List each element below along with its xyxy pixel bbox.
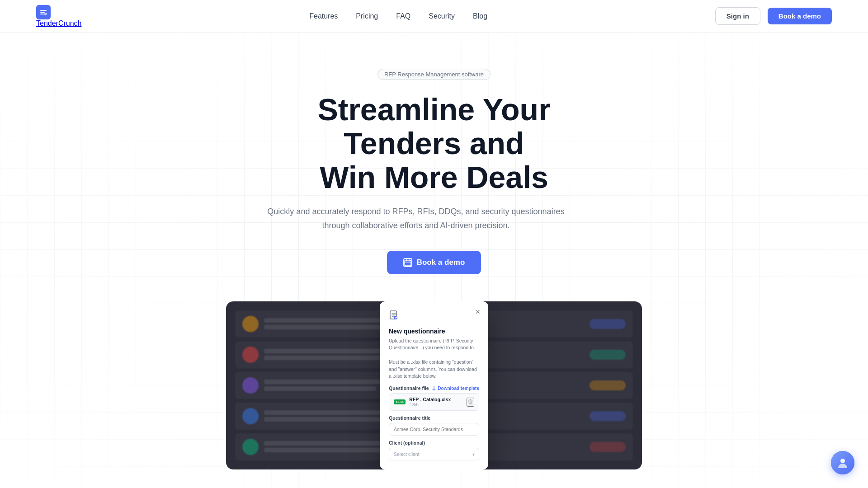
modal-close-button[interactable]: ✕ bbox=[473, 307, 483, 317]
file-info: XLSX RFP - Catalog.xlsx 22kb bbox=[394, 397, 451, 407]
book-demo-hero-label: Book a demo bbox=[417, 258, 465, 267]
nav-link-features[interactable]: Features bbox=[309, 12, 338, 20]
questionnaire-title-input[interactable] bbox=[389, 423, 479, 436]
hero-subtitle: Quickly and accurately respond to RFPs, … bbox=[262, 205, 570, 232]
nav-link-faq[interactable]: FAQ bbox=[396, 12, 410, 20]
xlsx-badge: XLSX bbox=[394, 399, 406, 404]
modal-title: New questionnaire bbox=[389, 328, 479, 335]
book-demo-nav-button[interactable]: Book a demo bbox=[768, 8, 832, 24]
hero-title: Streamline Your Tenders and Win More Dea… bbox=[262, 93, 606, 194]
hero-content: RFP Response Management software Streaml… bbox=[262, 69, 606, 274]
avatar bbox=[242, 347, 259, 363]
avatar bbox=[242, 377, 259, 394]
new-questionnaire-modal: ✕ New questionnaire Upload the questionn… bbox=[380, 301, 488, 470]
questionnaire-title-label: Questionnaire title bbox=[389, 415, 479, 421]
client-select[interactable]: Select client bbox=[389, 448, 479, 460]
chat-bubble[interactable] bbox=[831, 451, 854, 474]
nav-link-security[interactable]: Security bbox=[429, 12, 455, 20]
modal-overlay: ✕ New questionnaire Upload the questionn… bbox=[380, 301, 488, 470]
signin-button[interactable]: Sign in bbox=[715, 7, 760, 25]
hero-section: RFP Response Management software Streaml… bbox=[0, 33, 868, 488]
modal-description: Upload the questionnaire (RFP, Security … bbox=[389, 338, 479, 380]
nav-links: Features Pricing FAQ Security Blog bbox=[309, 12, 487, 20]
avatar bbox=[242, 316, 259, 332]
chat-avatar bbox=[831, 451, 854, 474]
logo-icon bbox=[36, 5, 51, 19]
file-name: RFP - Catalog.xlsx bbox=[409, 397, 451, 402]
delete-file-button[interactable] bbox=[467, 398, 474, 407]
document-icon bbox=[389, 310, 479, 323]
nav-link-pricing[interactable]: Pricing bbox=[356, 12, 378, 20]
download-template-link[interactable]: Download template bbox=[432, 386, 479, 391]
hero-badge: RFP Response Management software bbox=[377, 69, 491, 80]
file-size: 22kb bbox=[409, 402, 451, 407]
svg-point-4 bbox=[840, 459, 845, 463]
logo-text: TenderCrunch bbox=[36, 19, 82, 27]
file-row: XLSX RFP - Catalog.xlsx 22kb bbox=[389, 393, 479, 411]
client-label: Client (optional) bbox=[389, 440, 479, 446]
demo-area: ✕ New questionnaire Upload the questionn… bbox=[226, 301, 642, 470]
questionnaire-file-label: Questionnaire file Download template bbox=[389, 385, 479, 391]
nav-logo[interactable]: TenderCrunch bbox=[36, 5, 82, 28]
calendar-icon bbox=[403, 258, 412, 267]
nav-actions: Sign in Book a demo bbox=[715, 7, 832, 25]
svg-rect-1 bbox=[405, 260, 411, 266]
book-demo-hero-button[interactable]: Book a demo bbox=[387, 251, 481, 274]
avatar bbox=[242, 439, 259, 455]
navbar: TenderCrunch Features Pricing FAQ Securi… bbox=[0, 0, 868, 33]
client-select-wrapper: Select client bbox=[389, 448, 479, 460]
nav-link-blog[interactable]: Blog bbox=[473, 12, 487, 20]
avatar bbox=[242, 408, 259, 424]
